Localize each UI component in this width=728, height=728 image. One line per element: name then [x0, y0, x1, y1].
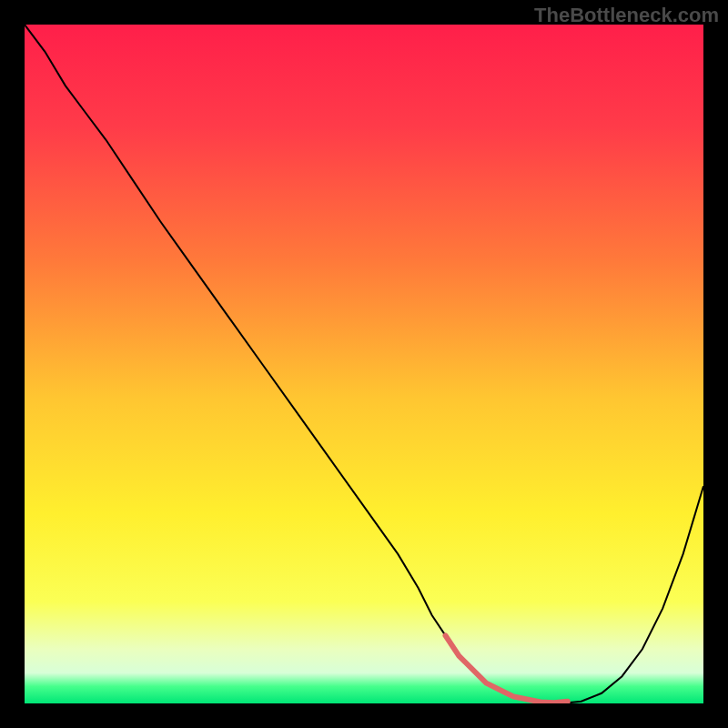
chart-plot-area [25, 25, 703, 703]
watermark-text: TheBottleneck.com [534, 4, 719, 27]
chart-svg [25, 25, 703, 703]
chart-background [25, 25, 703, 703]
